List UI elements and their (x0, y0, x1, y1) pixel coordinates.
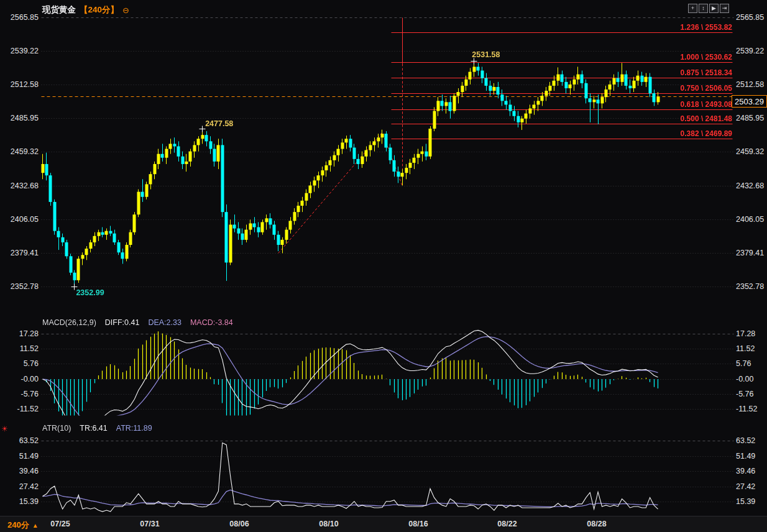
chart-title: 现货黄金 【240分】 ⊖ (42, 4, 129, 16)
x-axis-date-label: 08/16 (408, 520, 428, 528)
x-axis-date-label: 08/28 (587, 520, 606, 528)
playback-tool-button[interactable]: ▶ (709, 4, 719, 13)
period-selector[interactable]: 240分 ▲ (7, 520, 39, 531)
last-price-badge: 2503.29 (732, 95, 767, 108)
atr-tr-value: TR:6.41 (80, 424, 107, 433)
fib-level-label: 1.000 \ 2530.62 (681, 53, 732, 62)
price-annotation: 2352.99 (76, 288, 104, 297)
fib-level-label: 0.382 \ 2469.89 (681, 129, 732, 138)
macd-title: MACD(26,12,9) (42, 318, 96, 327)
trading-app-window: { "header": { "symbol": "现货黄金", "period_… (0, 0, 767, 532)
atr-title: ATR(10) (42, 424, 71, 433)
fit-scale-tool-button[interactable]: ↕ (699, 4, 708, 13)
symbol-name: 现货黄金 (42, 4, 76, 16)
atr-indicator-row: ATR(10) TR:6.41 ATR:11.89 (42, 424, 152, 433)
x-axis-date-label: 08/10 (319, 520, 338, 528)
chart-toolbar: + ↕ ▶ ⇥ (688, 4, 729, 13)
price-annotation: 2477.58 (205, 119, 233, 128)
macd-dea-value: DEA:2.33 (148, 318, 181, 327)
price-annotation: 2531.58 (472, 50, 500, 59)
macd-diff-value: DIFF:0.41 (105, 318, 140, 327)
fib-level-label: 0.875 \ 2518.34 (681, 68, 732, 77)
fib-level-label: 0.750 \ 2506.05 (681, 84, 732, 93)
fib-level-label: 1.236 \ 2553.82 (681, 23, 732, 32)
up-triangle-icon: ▲ (32, 522, 39, 529)
fib-level-label: 0.500 \ 2481.48 (681, 114, 732, 123)
x-axis-date-label: 07/31 (140, 520, 159, 528)
x-axis-date-label: 07/25 (50, 520, 70, 528)
macd-macd-value: MACD:-3.84 (190, 318, 233, 327)
crosshair-tool-button[interactable]: + (688, 4, 697, 13)
fib-level-label: 0.618 \ 2493.08 (681, 100, 732, 109)
period-tag: 【240分】 (80, 4, 119, 16)
x-axis-date-label: 08/22 (497, 520, 517, 528)
snap-right-tool-button[interactable]: ⇥ (720, 4, 729, 13)
alert-indicator-icon: ☀ (1, 424, 8, 433)
period-label: 240分 (7, 520, 29, 531)
time-axis-bar: 240分 ▲ 07/2507/3108/0608/1008/1608/2208/… (0, 516, 767, 532)
x-axis-date-label: 08/06 (229, 520, 249, 528)
atr-atr-value: ATR:11.89 (116, 424, 152, 433)
chart-canvas[interactable] (0, 0, 767, 532)
macd-indicator-row: MACD(26,12,9) DIFF:0.41 DEA:2.33 MACD:-3… (42, 318, 233, 327)
collapse-icon[interactable]: ⊖ (122, 6, 129, 15)
